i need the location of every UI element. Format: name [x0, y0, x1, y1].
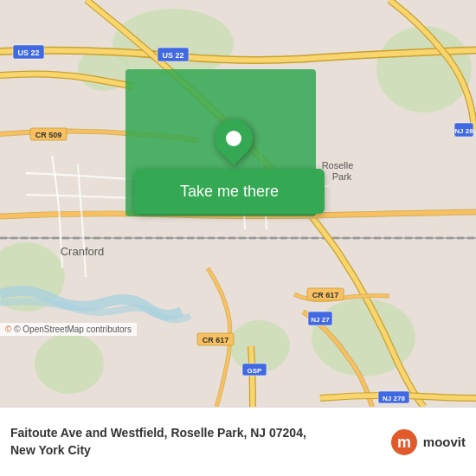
- svg-text:m: m: [397, 434, 411, 451]
- svg-point-3: [35, 333, 104, 394]
- take-me-there-button[interactable]: Take me there: [134, 169, 325, 214]
- svg-text:CR 617: CR 617: [312, 291, 339, 299]
- svg-text:Roselle: Roselle: [322, 160, 354, 170]
- moovit-brand-text: moovit: [423, 434, 466, 449]
- svg-text:CR 509: CR 509: [35, 131, 62, 139]
- osm-attribution: © © OpenStreetMap contributors: [0, 323, 137, 336]
- osm-icon: ©: [5, 325, 11, 334]
- moovit-bus-icon: m: [390, 428, 418, 456]
- svg-text:Cranford: Cranford: [61, 245, 105, 258]
- bottom-bar: Faitoute Ave and Westfield, Roselle Park…: [0, 407, 476, 476]
- svg-text:NJ 278: NJ 278: [383, 395, 405, 402]
- svg-text:US 22: US 22: [162, 51, 183, 60]
- map-container: US 22 US 22 CR 509 NJ 28 CR 617 CR 617 N…: [0, 0, 476, 407]
- svg-text:NJ 28: NJ 28: [454, 127, 473, 135]
- svg-text:NJ 27: NJ 27: [311, 316, 330, 324]
- map-pin: [212, 113, 255, 164]
- location-city: New York City: [10, 442, 382, 460]
- svg-text:Park: Park: [332, 171, 352, 182]
- svg-point-5: [113, 9, 234, 78]
- svg-text:US 22: US 22: [17, 48, 39, 57]
- location-info: Faitoute Ave and Westfield, Roselle Park…: [10, 425, 382, 459]
- location-address: Faitoute Ave and Westfield, Roselle Park…: [10, 425, 382, 442]
- svg-text:CR 617: CR 617: [203, 336, 229, 344]
- svg-text:GSP: GSP: [248, 367, 263, 375]
- moovit-logo: m moovit: [390, 428, 466, 456]
